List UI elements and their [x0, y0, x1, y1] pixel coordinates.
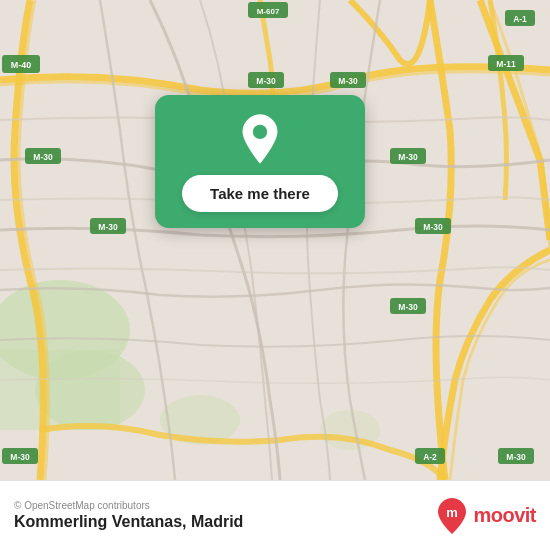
svg-text:M-607: M-607: [257, 7, 280, 16]
bottom-left-info: © OpenStreetMap contributors Kommerling …: [14, 500, 243, 531]
svg-rect-3: [0, 350, 120, 430]
bottom-bar: © OpenStreetMap contributors Kommerling …: [0, 480, 550, 550]
svg-text:M-30: M-30: [398, 302, 418, 312]
svg-text:M-30: M-30: [338, 76, 358, 86]
svg-text:M-30: M-30: [33, 152, 53, 162]
map-area: M-40 M-30 M-30 M-30 M-30 M-30 M-30 M-30 …: [0, 0, 550, 480]
take-me-there-button[interactable]: Take me there: [182, 175, 338, 212]
svg-point-34: [253, 125, 267, 139]
osm-credit: © OpenStreetMap contributors: [14, 500, 243, 511]
moovit-pin-icon: m: [436, 497, 468, 535]
moovit-brand-name: moovit: [473, 504, 536, 527]
svg-text:M-30: M-30: [506, 452, 526, 462]
svg-text:M-40: M-40: [11, 60, 32, 70]
location-name: Kommerling Ventanas, Madrid: [14, 513, 243, 531]
svg-text:M-30: M-30: [10, 452, 30, 462]
location-card: Take me there: [155, 95, 365, 228]
svg-text:A-1: A-1: [513, 14, 527, 24]
svg-text:M-30: M-30: [398, 152, 418, 162]
svg-text:M-30: M-30: [423, 222, 443, 232]
svg-text:M-30: M-30: [98, 222, 118, 232]
svg-text:M-11: M-11: [496, 59, 516, 69]
svg-text:A-2: A-2: [423, 452, 437, 462]
location-pin-icon: [234, 113, 286, 165]
svg-text:m: m: [447, 505, 459, 520]
moovit-logo: m moovit: [436, 497, 536, 535]
svg-text:M-30: M-30: [256, 76, 276, 86]
